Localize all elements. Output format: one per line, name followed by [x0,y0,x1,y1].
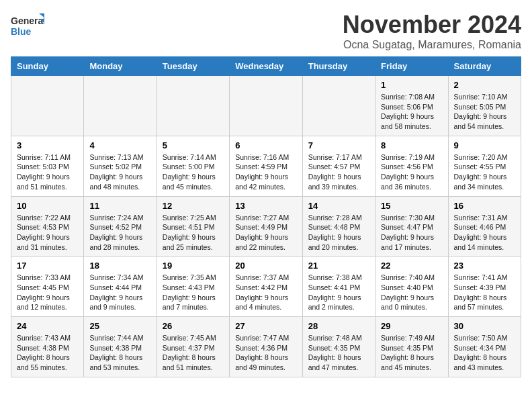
calendar-cell [84,76,157,136]
calendar-cell: 16Sunrise: 7:31 AMSunset: 4:46 PMDayligh… [448,196,521,257]
day-info: Sunrise: 7:40 AMSunset: 4:40 PMDaylight:… [381,273,442,312]
calendar-cell: 2Sunrise: 7:10 AMSunset: 5:05 PMDaylight… [448,76,521,136]
day-info: Sunrise: 7:33 AMSunset: 4:45 PMDaylight:… [17,273,78,312]
day-number: 29 [381,321,442,331]
calendar-cell: 23Sunrise: 7:41 AMSunset: 4:39 PMDayligh… [448,257,521,317]
header-monday: Monday [84,57,157,76]
calendar-cell: 26Sunrise: 7:45 AMSunset: 4:37 PMDayligh… [157,317,229,377]
calendar-table: Sunday Monday Tuesday Wednesday Thursday… [11,56,521,377]
day-info: Sunrise: 7:17 AMSunset: 4:57 PMDaylight:… [308,152,369,192]
main-title: November 2024 [343,11,521,39]
calendar-cell: 19Sunrise: 7:35 AMSunset: 4:43 PMDayligh… [157,257,229,317]
day-info: Sunrise: 7:30 AMSunset: 4:47 PMDaylight:… [381,213,442,253]
day-number: 10 [17,201,78,211]
calendar-cell [11,76,84,136]
day-number: 21 [308,261,369,271]
calendar-cell: 22Sunrise: 7:40 AMSunset: 4:40 PMDayligh… [375,257,448,317]
day-number: 11 [89,201,150,211]
calendar-cell: 14Sunrise: 7:28 AMSunset: 4:48 PMDayligh… [302,196,375,257]
day-number: 23 [454,261,515,271]
day-number: 8 [381,140,442,150]
day-number: 14 [308,201,369,211]
day-info: Sunrise: 7:34 AMSunset: 4:44 PMDaylight:… [89,273,150,312]
day-number: 20 [235,261,296,271]
calendar-cell: 24Sunrise: 7:43 AMSunset: 4:38 PMDayligh… [11,317,84,377]
day-info: Sunrise: 7:22 AMSunset: 4:53 PMDaylight:… [17,213,78,253]
calendar-cell: 9Sunrise: 7:20 AMSunset: 4:55 PMDaylight… [448,136,521,196]
calendar-header: Sunday Monday Tuesday Wednesday Thursday… [11,57,521,76]
calendar-cell: 27Sunrise: 7:47 AMSunset: 4:36 PMDayligh… [230,317,302,377]
day-info: Sunrise: 7:45 AMSunset: 4:37 PMDaylight:… [163,333,224,373]
calendar-cell [302,76,375,136]
day-number: 2 [454,80,515,90]
day-info: Sunrise: 7:19 AMSunset: 4:56 PMDaylight:… [381,152,442,192]
day-info: Sunrise: 7:44 AMSunset: 4:38 PMDaylight:… [89,333,150,373]
calendar-cell: 6Sunrise: 7:16 AMSunset: 4:59 PMDaylight… [230,136,302,196]
calendar-cell: 7Sunrise: 7:17 AMSunset: 4:57 PMDaylight… [302,136,375,196]
header-wednesday: Wednesday [230,57,302,76]
day-number: 3 [17,140,78,150]
day-number: 9 [454,140,515,150]
calendar-body: 1Sunrise: 7:08 AMSunset: 5:06 PMDaylight… [11,76,521,377]
day-info: Sunrise: 7:43 AMSunset: 4:38 PMDaylight:… [17,333,78,373]
header-row: Sunday Monday Tuesday Wednesday Thursday… [11,57,521,76]
day-number: 16 [454,201,515,211]
day-info: Sunrise: 7:49 AMSunset: 4:35 PMDaylight:… [381,333,442,373]
calendar-cell: 11Sunrise: 7:24 AMSunset: 4:52 PMDayligh… [84,196,157,257]
calendar-cell: 18Sunrise: 7:34 AMSunset: 4:44 PMDayligh… [84,257,157,317]
calendar-cell: 17Sunrise: 7:33 AMSunset: 4:45 PMDayligh… [11,257,84,317]
day-number: 27 [235,321,296,331]
calendar-cell: 1Sunrise: 7:08 AMSunset: 5:06 PMDaylight… [375,76,448,136]
calendar-cell: 3Sunrise: 7:11 AMSunset: 5:03 PMDaylight… [11,136,84,196]
day-info: Sunrise: 7:37 AMSunset: 4:42 PMDaylight:… [235,273,296,312]
day-number: 13 [235,201,296,211]
logo-svg: General Blue [11,11,44,42]
day-info: Sunrise: 7:38 AMSunset: 4:41 PMDaylight:… [308,273,369,312]
day-number: 28 [308,321,369,331]
calendar-cell: 15Sunrise: 7:30 AMSunset: 4:47 PMDayligh… [375,196,448,257]
day-number: 5 [163,140,224,150]
day-number: 1 [381,80,442,90]
calendar-cell: 21Sunrise: 7:38 AMSunset: 4:41 PMDayligh… [302,257,375,317]
calendar-cell: 13Sunrise: 7:27 AMSunset: 4:49 PMDayligh… [230,196,302,257]
calendar-cell [230,76,302,136]
day-info: Sunrise: 7:47 AMSunset: 4:36 PMDaylight:… [235,333,296,373]
day-info: Sunrise: 7:25 AMSunset: 4:51 PMDaylight:… [163,213,224,253]
day-info: Sunrise: 7:20 AMSunset: 4:55 PMDaylight:… [454,152,515,192]
day-number: 26 [163,321,224,331]
day-info: Sunrise: 7:28 AMSunset: 4:48 PMDaylight:… [308,213,369,253]
day-info: Sunrise: 7:35 AMSunset: 4:43 PMDaylight:… [163,273,224,312]
calendar-week-1: 1Sunrise: 7:08 AMSunset: 5:06 PMDaylight… [11,76,521,136]
calendar-cell: 30Sunrise: 7:50 AMSunset: 4:34 PMDayligh… [448,317,521,377]
day-number: 12 [163,201,224,211]
calendar-cell: 10Sunrise: 7:22 AMSunset: 4:53 PMDayligh… [11,196,84,257]
calendar-cell: 20Sunrise: 7:37 AMSunset: 4:42 PMDayligh… [230,257,302,317]
day-info: Sunrise: 7:14 AMSunset: 5:00 PMDaylight:… [163,152,224,192]
day-info: Sunrise: 7:27 AMSunset: 4:49 PMDaylight:… [235,213,296,253]
day-info: Sunrise: 7:16 AMSunset: 4:59 PMDaylight:… [235,152,296,192]
day-info: Sunrise: 7:11 AMSunset: 5:03 PMDaylight:… [17,152,78,192]
day-number: 19 [163,261,224,271]
header-thursday: Thursday [302,57,375,76]
subtitle: Ocna Sugatag, Maramures, Romania [343,39,521,51]
day-number: 30 [454,321,515,331]
day-number: 6 [235,140,296,150]
calendar-cell: 5Sunrise: 7:14 AMSunset: 5:00 PMDaylight… [157,136,229,196]
day-number: 7 [308,140,369,150]
calendar-week-2: 3Sunrise: 7:11 AMSunset: 5:03 PMDaylight… [11,136,521,196]
calendar-week-5: 24Sunrise: 7:43 AMSunset: 4:38 PMDayligh… [11,317,521,377]
day-info: Sunrise: 7:08 AMSunset: 5:06 PMDaylight:… [381,92,442,132]
day-number: 15 [381,201,442,211]
header-saturday: Saturday [448,57,521,76]
day-number: 4 [89,140,150,150]
day-info: Sunrise: 7:10 AMSunset: 5:05 PMDaylight:… [454,92,515,132]
day-info: Sunrise: 7:48 AMSunset: 4:35 PMDaylight:… [308,333,369,373]
logo: General Blue [11,11,44,42]
day-info: Sunrise: 7:31 AMSunset: 4:46 PMDaylight:… [454,213,515,253]
header: General Blue November 2024 Ocna Sugatag,… [11,11,521,51]
day-info: Sunrise: 7:24 AMSunset: 4:52 PMDaylight:… [89,213,150,253]
title-section: November 2024 Ocna Sugatag, Maramures, R… [343,11,521,51]
calendar-week-4: 17Sunrise: 7:33 AMSunset: 4:45 PMDayligh… [11,257,521,317]
header-tuesday: Tuesday [157,57,229,76]
day-info: Sunrise: 7:13 AMSunset: 5:02 PMDaylight:… [89,152,150,192]
